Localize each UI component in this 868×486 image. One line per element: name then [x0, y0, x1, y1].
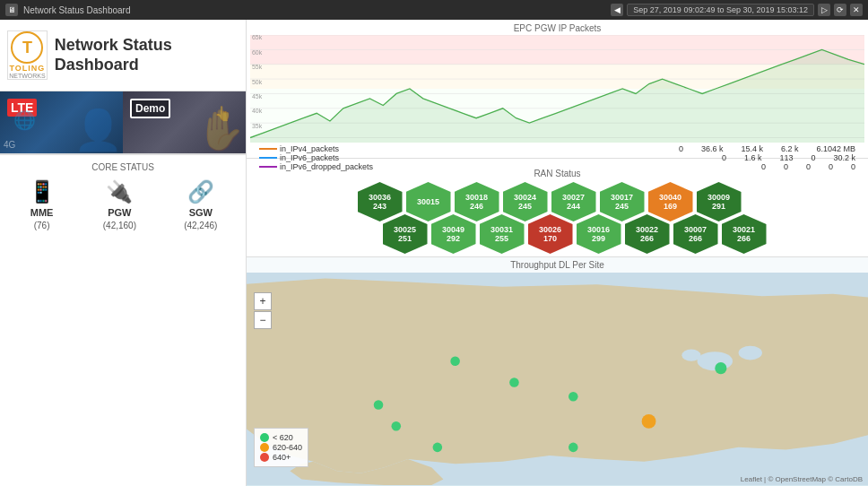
legend-row-3: in_IPv6_dropped_packets 0 0 0 0 0	[255, 162, 860, 171]
svg-point-28	[433, 443, 443, 453]
stat-max-3: 0	[784, 162, 788, 171]
image-strip: LTE 4G 👤 🌐 Demo ✋ 👆	[0, 91, 246, 154]
nav-back-icon[interactable]: ◀	[611, 4, 623, 16]
svg-point-27	[569, 392, 578, 402]
legend-640plus: 640+	[260, 453, 302, 462]
map-area: Throughput DL Per Site	[247, 257, 868, 486]
zoom-out-button[interactable]: −	[254, 311, 272, 329]
svg-point-20	[698, 351, 733, 370]
stat-stdev-2: 0	[811, 153, 815, 162]
map-svg	[247, 273, 868, 485]
date-range[interactable]: Sep 27, 2019 09:02:49 to Sep 30, 2019 15…	[627, 4, 814, 16]
top-bar: 🖥 Network Status Dashboard ◀ Sep 27, 201…	[0, 0, 868, 20]
sgw-value: (42,246)	[184, 221, 217, 230]
core-status-title: CORE STATUS	[0, 162, 246, 172]
stat-min-2: 0	[722, 153, 726, 162]
legend-label-1: in_IPv4_packets	[259, 144, 367, 153]
core-status-section: CORE STATUS 📱 MME (76) 🔌 PGW (42,160) 🔗 …	[0, 154, 246, 234]
stat-min-1: 0	[679, 144, 683, 153]
zoom-in-button[interactable]: +	[254, 292, 272, 310]
hex-30049[interactable]: 30049292	[431, 214, 476, 254]
svg-point-21	[739, 346, 762, 360]
touch-icon: 👆	[214, 105, 232, 122]
chart-legend: in_IPv4_packets 0 36.6 k 15.4 k 6.2 k 6.…	[250, 143, 864, 173]
svg-point-25	[392, 421, 402, 431]
stat-max-1: 36.6 k	[701, 144, 724, 153]
mme-label: MME	[30, 207, 54, 218]
logo-box: T TOLING NETWORKS	[7, 30, 48, 80]
svg-point-30	[642, 414, 656, 429]
map-controls: + −	[254, 292, 272, 329]
legend-vals-3: 0 0 0 0 0	[761, 162, 855, 171]
hex-30031[interactable]: 30031255	[480, 214, 525, 254]
map-legend: < 620 620-640 640+	[254, 428, 308, 467]
4g-label: 4G	[4, 140, 15, 150]
legend-vals-2: 0 1.6 k 113 0 30.2 k	[722, 153, 855, 162]
hex-30026[interactable]: 30026170	[528, 214, 573, 254]
hex-30025[interactable]: 30025251	[383, 214, 428, 254]
logo-icon: T	[22, 39, 32, 57]
sgw-icon: 🔗	[187, 179, 214, 204]
stat-total-1: 6.1042 MB	[816, 144, 855, 153]
pgw-icon: 🔌	[106, 179, 133, 204]
svg-point-22	[681, 350, 700, 361]
svg-point-23	[450, 356, 460, 366]
stat-total-3: 0	[851, 162, 855, 171]
svg-point-29	[715, 362, 726, 374]
map-canvas[interactable]: + − < 620 620-640 640+	[247, 273, 868, 485]
nav-forward-icon[interactable]: ▷	[818, 4, 830, 16]
globe-icon: 🌐	[13, 109, 36, 131]
chart-svg: 65k 60k 55k 50k 45k 40k 35k	[250, 35, 864, 143]
main-content: T TOLING NETWORKS Network Status Dashboa…	[0, 20, 868, 486]
legend-dot-620-640	[260, 443, 269, 452]
stat-min-3: 0	[761, 162, 766, 171]
top-bar-left: 🖥 Network Status Dashboard	[5, 4, 131, 16]
stat-avg-3: 0	[806, 162, 811, 171]
svg-text:60k: 60k	[252, 48, 262, 56]
legend-color-3	[259, 166, 277, 168]
legend-text-2: in_IPv6_packets	[280, 153, 339, 162]
hex-30021[interactable]: 30021266	[722, 214, 767, 254]
mme-icon: 📱	[29, 179, 56, 204]
top-bar-title: Network Status Dashboard	[23, 5, 131, 15]
right-panel: EPC PGW IP Packets 6	[247, 20, 868, 486]
stat-avg-1: 15.4 k	[741, 144, 763, 153]
legend-row-1: in_IPv4_packets 0 36.6 k 15.4 k 6.2 k 6.…	[255, 144, 860, 153]
refresh-icon[interactable]: ⟳	[834, 4, 846, 16]
map-title: Throughput DL Per Site	[247, 257, 868, 273]
pgw-label: PGW	[108, 207, 131, 218]
svg-text:65k: 65k	[252, 35, 262, 42]
svg-text:55k: 55k	[252, 63, 262, 71]
legend-text-3: in_IPv6_dropped_packets	[280, 162, 373, 171]
close-icon[interactable]: ✕	[850, 4, 863, 16]
svg-text:50k: 50k	[252, 77, 262, 85]
logo-text: TOLING	[9, 64, 45, 73]
left-panel: T TOLING NETWORKS Network Status Dashboa…	[0, 20, 247, 486]
chart-area: EPC PGW IP Packets 6	[247, 20, 868, 159]
legend-label-lt620: < 620	[273, 433, 293, 442]
legend-dot-640plus	[260, 453, 269, 462]
hex-30016[interactable]: 30016299	[577, 214, 621, 254]
legend-color-2	[259, 157, 277, 159]
chart-title: EPC PGW IP Packets	[250, 23, 864, 33]
legend-label-2: in_IPv6_packets	[259, 153, 367, 162]
hex-30007[interactable]: 30007266	[673, 214, 718, 254]
legend-label-3: in_IPv6_dropped_packets	[259, 162, 373, 171]
svg-point-24	[374, 400, 384, 410]
pgw-value: (42,160)	[103, 221, 136, 230]
legend-620-640: 620-640	[260, 443, 302, 452]
stat-avg-2: 113	[779, 153, 793, 162]
header-section: T TOLING NETWORKS Network Status Dashboa…	[0, 20, 246, 91]
core-item-mme: 📱 MME (76)	[29, 179, 56, 230]
svg-point-31	[569, 443, 578, 453]
hex-grid: 30036243 30015 30018246 30024245 3002724…	[347, 182, 768, 247]
legend-lt620: < 620	[260, 433, 302, 442]
stat-total-2: 30.2 k	[833, 153, 855, 162]
middle-row: RAN Status 30036243 30015 30018246 30024…	[247, 159, 868, 257]
demo-badge: Demo	[130, 99, 170, 118]
top-bar-right: ◀ Sep 27, 2019 09:02:49 to Sep 30, 2019 …	[611, 4, 863, 16]
hex-30022[interactable]: 30022266	[625, 214, 670, 254]
chart-container: 65k 60k 55k 50k 45k 40k 35k	[250, 35, 864, 143]
map-attribution: Leaflet | © OpenStreetMap © CartoDB	[741, 475, 863, 483]
core-item-pgw: 🔌 PGW (42,160)	[103, 179, 136, 230]
